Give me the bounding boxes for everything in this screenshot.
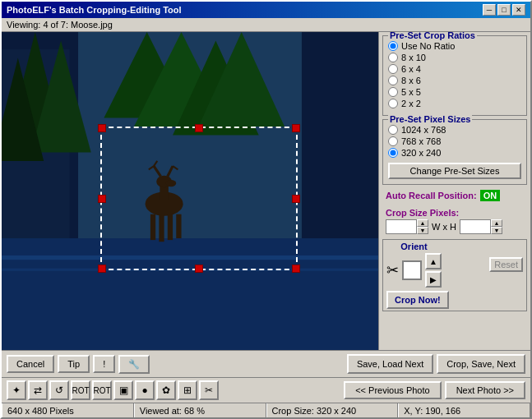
orient-right-btn[interactable]: ▶ — [425, 271, 442, 288]
status-viewed: Viewed at: 68 % — [134, 403, 266, 417]
height-spinbox[interactable]: 240 ▲ ▼ — [460, 219, 502, 234]
width-input[interactable]: 320 — [386, 219, 417, 234]
size-320x240[interactable]: 320 x 240 — [388, 148, 521, 158]
svg-point-17 — [166, 180, 177, 186]
toolbar-btn-3[interactable]: ROT — [71, 380, 90, 400]
svg-rect-26 — [176, 214, 181, 238]
width-up-btn[interactable]: ▲ — [417, 219, 428, 227]
nav-buttons: << Previous Photo Next Photo >> — [344, 381, 525, 399]
toolbar-row: ✦ ⇄ ↺ ROT ROT ▣ ● ✿ ⊞ ✂ << Previous Phot… — [2, 377, 530, 403]
title-bar-buttons: ─ □ ✕ — [483, 4, 525, 16]
main-area: Pre-Set Crop Ratios Use No Ratio 8 x 10 … — [2, 32, 530, 350]
height-down-btn[interactable]: ▼ — [491, 227, 502, 234]
photo-background — [2, 32, 378, 350]
svg-rect-12 — [2, 256, 378, 260]
crop-now-button[interactable]: Crop Now! — [386, 291, 449, 309]
width-spinbox[interactable]: 320 ▲ ▼ — [386, 219, 428, 234]
bottom-buttons-bar: Cancel Tip ! 🔧 Save, Load Next Crop, Sav… — [2, 350, 530, 377]
width-down-btn[interactable]: ▼ — [417, 227, 428, 234]
height-up-btn[interactable]: ▲ — [491, 219, 502, 227]
photo-area[interactable] — [2, 32, 378, 350]
tip-button[interactable]: Tip — [58, 355, 90, 373]
toolbar-btn-7[interactable]: ✿ — [156, 380, 176, 400]
save-load-next-button[interactable]: Save, Load Next — [347, 354, 433, 374]
auto-recall-row: Auto Recall Position: ON — [382, 188, 527, 203]
svg-rect-24 — [159, 214, 164, 242]
orient-up-btn[interactable]: ▲ — [425, 253, 442, 269]
height-input[interactable]: 240 — [460, 219, 491, 234]
status-crop-size: Crop Size: 320 x 240 — [266, 403, 399, 417]
ratio-label-5: 2 x 2 — [401, 99, 421, 108]
toolbar-btn-4[interactable]: ROT — [92, 380, 112, 400]
crop-ratios-title: Pre-Set Crop Ratios — [388, 32, 477, 40]
minimize-button[interactable]: ─ — [483, 4, 496, 16]
crop-size-section: Crop Size Pixels: 320 ▲ ▼ W x H 240 ▲ — [382, 206, 527, 236]
toolbar-btn-2[interactable]: ↺ — [49, 380, 69, 400]
status-bar: 640 x 480 Pixels Viewed at: 68 % Crop Si… — [2, 403, 530, 417]
crop-size-label: Crop Size Pixels: — [386, 208, 524, 218]
orient-section: Orient ✂ ▲ ▶ — [386, 242, 442, 288]
orient-preview-box — [402, 260, 422, 280]
main-window: PhotoELF's Batch Cropping-Editing Tool ─… — [0, 0, 532, 419]
toolbar-btn-6[interactable]: ● — [135, 380, 155, 400]
crop-size-inputs: 320 ▲ ▼ W x H 240 ▲ ▼ — [386, 219, 524, 234]
next-photo-button[interactable]: Next Photo >> — [445, 381, 525, 399]
size-label-1: 768 x 768 — [401, 136, 441, 146]
svg-rect-23 — [150, 214, 155, 240]
scissors-icon: ✂ — [386, 261, 399, 279]
wxh-label: W x H — [432, 222, 456, 232]
right-panel: Pre-Set Crop Ratios Use No Ratio 8 x 10 … — [378, 32, 530, 350]
svg-rect-25 — [168, 214, 173, 240]
pixel-sizes-title: Pre-Set Pixel Sizes — [388, 114, 472, 124]
svg-rect-11 — [2, 238, 378, 350]
previous-photo-button[interactable]: << Previous Photo — [344, 381, 442, 399]
size-label-0: 1024 x 768 — [401, 125, 446, 135]
title-bar: PhotoELF's Batch Cropping-Editing Tool ─… — [2, 2, 530, 18]
auto-recall-label: Auto Recall Position: — [386, 191, 477, 200]
reset-button[interactable]: Reset — [489, 257, 523, 272]
maximize-button[interactable]: □ — [497, 4, 511, 16]
close-button[interactable]: ✕ — [512, 4, 525, 16]
pixel-sizes-group: Pre-Set Pixel Sizes 1024 x 768 768 x 768… — [382, 119, 527, 185]
action-buttons: Save, Load Next Crop, Save, Next — [347, 354, 525, 374]
ratio-8x6[interactable]: 8 x 6 — [388, 76, 521, 85]
change-preset-sizes-button[interactable]: Change Pre-Set Sizes — [388, 163, 521, 179]
crop-now-row: Crop Now! — [386, 291, 523, 309]
toolbar-btn-1[interactable]: ⇄ — [28, 380, 48, 400]
ratio-label-1: 8 x 10 — [401, 53, 426, 62]
toolbar-btn-8[interactable]: ⊞ — [178, 380, 197, 400]
ratio-use-no-ratio[interactable]: Use No Ratio — [388, 41, 521, 51]
ratio-2x2[interactable]: 2 x 2 — [388, 99, 521, 108]
status-pixels: 640 x 480 Pixels — [2, 403, 134, 417]
viewing-bar: Viewing: 4 of 7: Moose.jpg — [2, 18, 530, 32]
orient-crop-section: Orient ✂ ▲ ▶ Reset — [382, 239, 527, 311]
auto-recall-value: ON — [480, 190, 501, 201]
orient-label: Orient — [400, 242, 427, 251]
size-1024x768[interactable]: 1024 x 768 — [388, 125, 521, 135]
size-label-2: 320 x 240 — [401, 148, 441, 158]
status-coords: X, Y: 190, 166 — [398, 403, 530, 417]
crop-save-next-button[interactable]: Crop, Save, Next — [437, 354, 525, 374]
ratio-5x5[interactable]: 5 x 5 — [388, 87, 521, 97]
svg-rect-13 — [2, 269, 378, 271]
viewing-label: Viewing: 4 of 7: Moose.jpg — [7, 20, 113, 30]
ratio-label-0: Use No Ratio — [401, 41, 455, 51]
ratio-label-2: 6 x 4 — [401, 64, 421, 74]
ratio-6x4[interactable]: 6 x 4 — [388, 64, 521, 74]
exclaim-button[interactable]: ! — [93, 355, 115, 373]
size-768x768[interactable]: 768 x 768 — [388, 136, 521, 146]
ratio-8x10[interactable]: 8 x 10 — [388, 53, 521, 62]
window-title: PhotoELF's Batch Cropping-Editing Tool — [7, 5, 182, 15]
crop-ratios-group: Pre-Set Crop Ratios Use No Ratio 8 x 10 … — [382, 35, 527, 116]
orient-controls: ✂ ▲ ▶ — [386, 253, 442, 288]
wrench-button[interactable]: 🔧 — [118, 355, 150, 374]
ratio-label-3: 8 x 6 — [401, 76, 421, 85]
cancel-button[interactable]: Cancel — [7, 355, 54, 373]
toolbar-btn-5[interactable]: ▣ — [113, 380, 133, 400]
toolbar-btn-9[interactable]: ✂ — [199, 380, 219, 400]
ratio-label-4: 5 x 5 — [401, 87, 421, 97]
toolbar-btn-0[interactable]: ✦ — [7, 380, 26, 400]
